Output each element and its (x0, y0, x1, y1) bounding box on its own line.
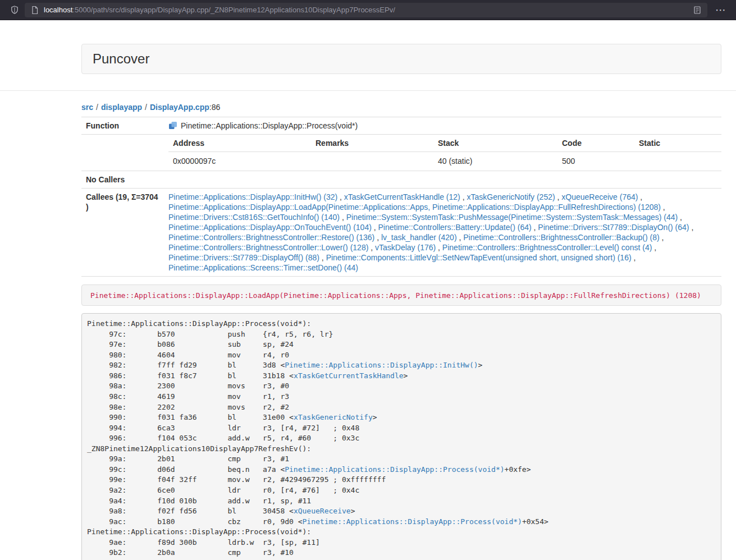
function-type-icon (168, 121, 177, 130)
callee-link[interactable]: xTaskGetCurrentTaskHandle (12) (344, 192, 460, 201)
function-row: Function Pinetime::Applications::Display… (81, 117, 721, 135)
callee-link[interactable]: Pinetime::Controllers::BrightnessControl… (442, 243, 652, 252)
cell-static (634, 152, 721, 171)
page-icon[interactable] (30, 6, 39, 15)
shield-icon[interactable] (10, 6, 19, 15)
column-header-remarks: Remarks (311, 135, 433, 152)
callee-link[interactable]: Pinetime::Controllers::BrightnessControl… (168, 233, 374, 242)
more-actions-icon[interactable]: ⋯ (713, 4, 728, 15)
callee-link[interactable]: Pinetime::System::SystemTask::PushMessag… (346, 213, 678, 222)
no-callers-row: No Callers (81, 171, 721, 189)
cell-address: 0x0000097c (168, 152, 311, 171)
url-text[interactable]: localhost:5000/path/src/displayapp/Displ… (44, 6, 688, 14)
url-bar[interactable]: localhost:5000/path/src/displayapp/Displ… (25, 3, 707, 17)
highlighted-callee-panel: Pinetime::Applications::DisplayApp::Load… (81, 284, 721, 306)
column-header-address: Address (168, 135, 311, 152)
cell-remarks (311, 152, 433, 171)
callee-link[interactable]: Pinetime::Drivers::St7789::DisplayOff() … (168, 253, 319, 262)
callee-link[interactable]: Pinetime::Drivers::Cst816S::GetTouchInfo… (168, 213, 340, 222)
callee-link[interactable]: Pinetime::Applications::Screens::Timer::… (168, 263, 358, 272)
cell-stack: 40 (static) (433, 152, 557, 171)
browser-toolbar: localhost:5000/path/src/displayapp/Displ… (0, 0, 736, 20)
app-header-panel: Puncover (81, 44, 721, 74)
column-header-stack: Stack (433, 135, 557, 152)
breadcrumb-separator: / (96, 103, 98, 112)
callee-link[interactable]: Pinetime::Drivers::St7789::DisplayOn() (… (538, 223, 689, 232)
highlighted-callee-code: Pinetime::Applications::DisplayApp::Load… (90, 291, 701, 300)
breadcrumb-link-file[interactable]: DisplayApp.cpp (150, 103, 209, 112)
disassembly-symbol-link[interactable]: xQueueReceive (294, 507, 351, 515)
callee-link[interactable]: Pinetime::Applications::DisplayApp::OnTo… (168, 223, 372, 232)
breadcrumb-line-number: :86 (209, 103, 220, 112)
function-name: Pinetime::Applications::DisplayApp::Proc… (181, 121, 358, 131)
breadcrumb-separator: / (145, 103, 147, 112)
callee-link[interactable]: vTaskDelay (176) (375, 243, 436, 252)
column-header-code: Code (557, 135, 634, 152)
disassembly-symbol-link[interactable]: Pinetime::Applications::DisplayApp::Proc… (285, 465, 504, 474)
disassembly-symbol-link[interactable]: xTaskGenericNotify (294, 413, 373, 421)
breadcrumb: src/displayapp/DisplayApp.cpp:86 (81, 103, 721, 112)
stats-table: Address Remarks Stack Code Static 0x0000… (168, 135, 721, 171)
cell-code: 500 (557, 152, 634, 171)
callee-link[interactable]: Pinetime::Controllers::BrightnessControl… (168, 243, 368, 252)
column-header-static: Static (634, 135, 721, 152)
callee-link[interactable]: xQueueReceive (764) (561, 192, 638, 201)
callee-link[interactable]: Pinetime::Controllers::BrightnessControl… (463, 233, 659, 242)
callees-row: Callees (19, Σ=3704 ) Pinetime::Applicat… (81, 189, 721, 277)
function-table: Function Pinetime::Applications::Display… (81, 117, 721, 277)
callees-label: Callees (19, Σ=3704 ) (81, 189, 164, 277)
disassembly-code-block: Pinetime::Applications::DisplayApp::Proc… (81, 313, 721, 560)
callee-link[interactable]: Pinetime::Applications::DisplayApp::Init… (168, 192, 337, 201)
no-callers-label: No Callers (81, 171, 164, 189)
breadcrumb-link-displayapp[interactable]: displayapp (101, 103, 142, 112)
disassembly-symbol-link[interactable]: xTaskGetCurrentTaskHandle (294, 371, 404, 380)
function-label: Function (81, 117, 164, 135)
disassembly-symbol-link[interactable]: Pinetime::Applications::DisplayApp::Init… (285, 361, 478, 369)
stats-row: Address Remarks Stack Code Static 0x0000… (81, 135, 721, 171)
callee-link[interactable]: Pinetime::Components::LittleVgl::SetNewT… (326, 253, 632, 262)
url-domain: localhost (44, 6, 72, 14)
reader-mode-icon[interactable] (693, 6, 702, 15)
callee-link[interactable]: xTaskGenericNotify (252) (467, 192, 555, 201)
breadcrumb-link-src[interactable]: src (81, 103, 93, 112)
page-divider (0, 90, 736, 91)
callee-link[interactable]: Pinetime::Controllers::Battery::Update()… (378, 223, 532, 232)
callee-link[interactable]: lv_task_handler (420) (381, 233, 457, 242)
disassembly-symbol-link[interactable]: Pinetime::Applications::DisplayApp::Proc… (303, 517, 522, 526)
callees-list: Pinetime::Applications::DisplayApp::Init… (164, 189, 721, 277)
url-path: :5000/path/src/displayapp/DisplayApp.cpp… (72, 6, 395, 14)
table-row: 0x0000097c 40 (static) 500 (168, 152, 721, 171)
page-title: Puncover (93, 51, 149, 66)
callee-link[interactable]: Pinetime::Applications::DisplayApp::Load… (168, 203, 661, 212)
